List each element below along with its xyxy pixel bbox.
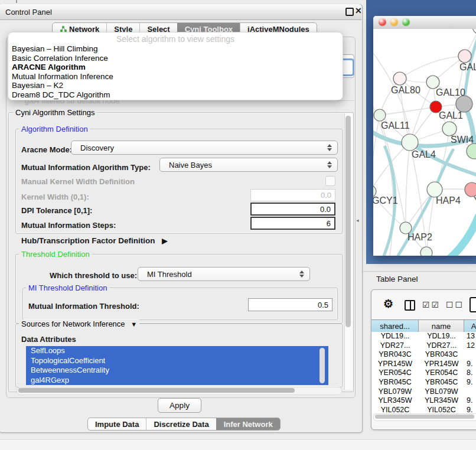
table-cell[interactable]: 8. <box>464 369 476 378</box>
algorithm-option-bayesian-hill-climbing[interactable]: Bayesian – Hill Climbing <box>8 44 343 54</box>
gear-icon[interactable]: ⚙ <box>383 298 393 309</box>
apply-button[interactable]: Apply <box>158 398 201 413</box>
table-cell[interactable]: YDR27... <box>419 341 464 351</box>
table-cell[interactable]: YPR145W <box>419 360 464 369</box>
table-hscrollbar-thumb[interactable] <box>375 415 474 419</box>
split-pane-arrow-icon[interactable]: ◂ <box>356 217 359 223</box>
algorithm-option-aracne-algorithm[interactable]: ARACNE Algorithm <box>8 63 343 72</box>
settings-scrollbar-thumb[interactable] <box>345 116 351 327</box>
table-cell[interactable]: 9. <box>464 396 476 406</box>
table-cell[interactable]: YER054C <box>371 369 419 378</box>
attribute-item-topologicalcoefficient[interactable]: TopologicalCoefficient <box>26 356 328 366</box>
attribute-item-selfloops[interactable]: SelfLoops <box>26 346 328 356</box>
network-node-y[interactable] <box>465 182 476 197</box>
which-threshold-combobox[interactable]: MI Threshold <box>138 267 310 281</box>
table-cell[interactable]: YBR043C <box>419 350 464 360</box>
table-cell[interactable]: 12 <box>464 341 476 351</box>
network-canvas[interactable]: GALGAL80GAL10GAL1GAL11SWI4GAL4GCY1HAP4YH… <box>373 29 476 256</box>
attribute-item-gal4rgexp[interactable]: gal4RGexp <box>26 376 328 386</box>
table-cell[interactable]: 13 <box>464 332 476 341</box>
tab-label: Impute Data <box>95 420 139 429</box>
zoom-traffic-light-icon[interactable] <box>402 18 410 26</box>
file-icon[interactable] <box>470 297 476 312</box>
unchecked-boxes-icon[interactable]: ☐☐ <box>446 300 464 309</box>
table-cell[interactable]: YIL052C <box>371 406 419 413</box>
network-node-swi4[interactable] <box>442 122 457 136</box>
columns-icon[interactable] <box>405 300 415 311</box>
mi-steps-field[interactable]: 6 <box>250 217 335 230</box>
table-row[interactable]: YDL19...YDL19...13 <box>371 332 476 341</box>
table-cell[interactable]: YDL19... <box>419 332 464 341</box>
table-cell[interactable]: YBL079W <box>371 387 419 397</box>
node-label-gal80: GAL80 <box>391 85 420 95</box>
table-cell[interactable] <box>464 350 476 360</box>
network-edge[interactable] <box>449 217 476 256</box>
table-cell[interactable]: YLR345W <box>419 396 464 406</box>
column-header-a[interactable]: A <box>464 320 476 332</box>
algorithm-option-basic-correlation-inference[interactable]: Basic Correlation Inference <box>8 54 343 63</box>
network-node-gal11[interactable] <box>374 109 386 121</box>
settings-hscrollbar-thumb[interactable] <box>18 388 295 393</box>
attributes-scrollbar-thumb[interactable] <box>319 348 325 383</box>
tab-infer-network[interactable]: Infer Network <box>216 418 280 430</box>
table-row[interactable]: YER054CYER054C8. <box>371 369 476 378</box>
table-cell[interactable]: YBL079W <box>419 387 464 397</box>
network-node-gal[interactable] <box>458 50 471 63</box>
table-cell[interactable]: YLR345W <box>371 396 419 406</box>
table-cell[interactable] <box>464 387 476 397</box>
minimize-traffic-light-icon[interactable] <box>390 18 398 26</box>
table-row[interactable]: YBR043CYBR043C <box>371 350 476 360</box>
algorithm-option-mutual-information-inference[interactable]: Mutual Information Inference <box>8 72 343 81</box>
algorithm-option-dream8-dc-tdc-algorithm[interactable]: Dream8 DC_TDC Algorithm <box>8 90 343 100</box>
network-node[interactable] <box>420 247 432 256</box>
sources-toggle[interactable]: Sources for Network Inference ▼ <box>19 319 139 328</box>
table-row[interactable]: YBR045CYBR045C9. <box>371 378 476 387</box>
network-node[interactable] <box>472 29 476 34</box>
network-node-gal80[interactable] <box>393 72 406 85</box>
kernel-width-field[interactable]: 0.0 <box>250 189 335 201</box>
algorithm-option-bayesian-k2[interactable]: Bayesian – K2 <box>8 81 343 90</box>
table-cell[interactable]: YIL052C <box>419 406 464 413</box>
close-icon[interactable]: ✕ <box>355 6 362 15</box>
table-cell[interactable]: YDL19... <box>371 332 419 341</box>
table-row[interactable]: YIL052CYIL052C9. <box>371 406 476 413</box>
table-cell[interactable]: YBR045C <box>419 378 464 387</box>
network-node-gal10[interactable] <box>426 76 439 89</box>
checked-boxes-icon[interactable]: ☑☑ <box>422 300 441 309</box>
table-row[interactable]: YBL079WYBL079W <box>371 387 476 397</box>
float-window-icon[interactable] <box>345 8 354 16</box>
network-edge[interactable] <box>406 142 410 228</box>
manual-kernel-checkbox[interactable] <box>325 176 335 186</box>
hub-definition-toggle[interactable]: Hub/Transcription Factor Definition ▶ <box>21 236 168 245</box>
mi-threshold-field[interactable]: 0.5 <box>248 298 332 311</box>
table-cell[interactable]: 9. <box>464 378 476 387</box>
mi-threshold-value: 0.5 <box>318 301 328 309</box>
column-header-name[interactable]: name <box>419 320 464 332</box>
network-edge[interactable] <box>400 56 465 79</box>
table-row[interactable]: YPR145WYPR145W9. <box>371 360 476 369</box>
table-cell[interactable]: YDR27... <box>371 341 419 351</box>
aracne-mode-combobox[interactable]: Discovery <box>71 141 338 155</box>
network-node[interactable] <box>456 96 472 112</box>
network-edge[interactable] <box>373 115 380 191</box>
table-cell[interactable]: YER054C <box>419 369 464 378</box>
data-attributes-list[interactable]: SelfLoopsTopologicalCoefficientBetweenne… <box>26 346 328 385</box>
network-window-titlebar[interactable] <box>373 16 476 30</box>
dpi-tolerance-field[interactable]: 0.0 <box>250 203 335 216</box>
attribute-item-betweennesscentrality[interactable]: BetweennessCentrality <box>26 366 328 376</box>
table-cell[interactable]: 9. <box>464 360 476 369</box>
table-row[interactable]: YLR345WYLR345W9. <box>371 396 476 406</box>
network-node-gal4[interactable] <box>402 134 418 151</box>
table-cell[interactable]: 9. <box>464 406 476 413</box>
tab-impute-data[interactable]: Impute Data <box>88 418 146 430</box>
tab-discretize-data[interactable]: Discretize Data <box>146 418 216 430</box>
close-traffic-light-icon[interactable] <box>379 18 386 26</box>
table-row[interactable]: YDR27...YDR27...12 <box>371 341 476 351</box>
column-header-shared[interactable]: shared... <box>371 320 419 332</box>
table-cell[interactable]: YPR145W <box>371 360 419 369</box>
node-label-gal11: GAL11 <box>381 120 410 131</box>
network-edge[interactable] <box>380 107 436 115</box>
mi-type-combobox[interactable]: Naive Bayes <box>159 158 338 172</box>
table-cell[interactable]: YBR043C <box>371 350 419 360</box>
table-cell[interactable]: YBR045C <box>371 378 419 387</box>
